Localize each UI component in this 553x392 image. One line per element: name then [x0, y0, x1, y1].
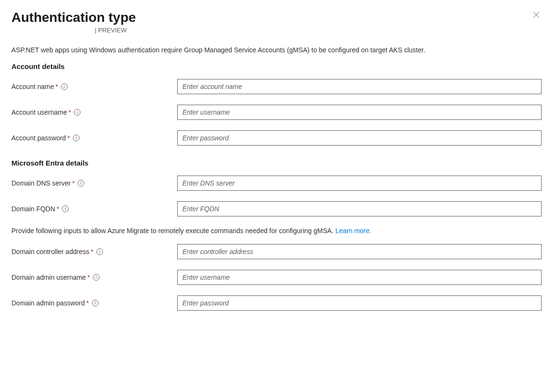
required-mark: * [86, 299, 89, 307]
required-mark: * [90, 248, 93, 255]
label-account-username: Account username [11, 108, 67, 116]
label-domain-admin-username: Domain admin username [11, 274, 86, 281]
panel-header: Authentication type | PREVIEW [11, 10, 542, 34]
learn-more-link[interactable]: Learn more. [335, 227, 371, 235]
label-wrap-account-password: Account password * i [11, 134, 177, 142]
required-mark: * [67, 134, 70, 142]
helper-text-content: Provide following inputs to allow Azure … [11, 227, 335, 235]
info-icon[interactable]: i [74, 109, 80, 116]
info-icon[interactable]: i [78, 180, 84, 186]
info-icon[interactable]: i [92, 300, 99, 306]
row-domain-admin-password: Domain admin password * i [11, 295, 542, 311]
account-password-input[interactable] [177, 130, 542, 146]
required-mark: * [69, 108, 71, 116]
account-username-input[interactable] [177, 105, 542, 120]
domain-admin-password-input[interactable] [177, 295, 542, 311]
label-domain-admin-password: Domain admin password [11, 299, 85, 307]
label-account-name: Account name [11, 83, 54, 90]
info-icon[interactable]: i [61, 83, 68, 90]
entra-helper-text: Provide following inputs to allow Azure … [11, 227, 542, 235]
title-block: Authentication type | PREVIEW [11, 10, 136, 34]
label-wrap-domain-dns: Domain DNS server * i [11, 179, 177, 187]
label-wrap-domain-fqdn: Domain FQDN * i [11, 205, 177, 213]
row-account-password: Account password * i [11, 130, 542, 146]
domain-controller-input[interactable] [177, 244, 542, 259]
section-heading-entra: Microsoft Entra details [11, 159, 542, 167]
row-account-username: Account username * i [11, 105, 542, 120]
info-icon[interactable]: i [96, 248, 103, 255]
label-domain-controller: Domain controller address [11, 248, 89, 255]
domain-fqdn-input[interactable] [177, 201, 542, 216]
label-wrap-domain-admin-username: Domain admin username * i [11, 274, 177, 281]
intro-text: ASP.NET web apps using Windows authentic… [11, 46, 542, 54]
label-wrap-domain-admin-password: Domain admin password * i [11, 299, 177, 307]
row-domain-controller: Domain controller address * i [11, 244, 542, 259]
required-mark: * [72, 179, 74, 187]
label-account-password: Account password [11, 134, 66, 142]
label-wrap-account-name: Account name * i [11, 83, 177, 90]
account-name-input[interactable] [177, 79, 542, 94]
label-domain-fqdn: Domain FQDN [11, 205, 55, 213]
info-icon[interactable]: i [73, 135, 80, 141]
info-icon[interactable]: i [62, 206, 69, 212]
label-domain-dns: Domain DNS server [11, 179, 70, 187]
close-button[interactable] [531, 10, 542, 21]
row-account-name: Account name * i [11, 79, 542, 94]
label-wrap-domain-controller: Domain controller address * i [11, 248, 177, 255]
row-domain-fqdn: Domain FQDN * i [11, 201, 542, 216]
info-icon[interactable]: i [93, 274, 100, 281]
page-title: Authentication type [11, 10, 136, 26]
row-domain-dns: Domain DNS server * i [11, 176, 542, 191]
label-wrap-account-username: Account username * i [11, 108, 177, 116]
domain-admin-username-input[interactable] [177, 270, 542, 285]
close-icon [533, 11, 540, 18]
required-mark: * [56, 83, 58, 90]
row-domain-admin-username: Domain admin username * i [11, 270, 542, 285]
required-mark: * [57, 205, 59, 213]
required-mark: * [87, 274, 90, 281]
preview-badge: | PREVIEW [95, 27, 136, 34]
section-heading-account: Account details [11, 62, 542, 70]
domain-dns-input[interactable] [177, 176, 542, 191]
